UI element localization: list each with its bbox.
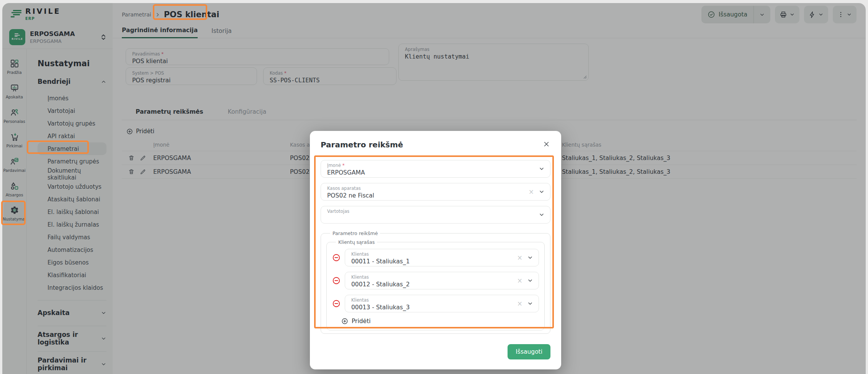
chevron-down-icon[interactable] [539,166,545,172]
kasos-aparatas-select[interactable]: Kasos aparatas POS02 ne Fiscal × [321,183,550,201]
remove-client-icon[interactable] [332,253,341,262]
group-legend: Parametro reikšmė [330,230,380,236]
klientas-select[interactable]: Klientas 00011 - Staliukas_1 × [345,249,539,266]
clear-icon[interactable]: × [517,278,522,284]
klientas-select[interactable]: Klientas 00013 - Staliukas_3 × [345,295,539,312]
chevron-down-icon[interactable] [527,301,533,307]
remove-client-icon[interactable] [332,299,341,308]
list-legend: Klientų sąrašas [336,239,377,245]
vartotojas-select[interactable]: Vartotojas [321,206,550,224]
modal-form: Įmonė * ERPOSGAMA Kasos aparatas POS02 n… [321,160,550,224]
plus-circle-icon [341,318,348,325]
parameter-value-group: Parametro reikšmė Klientų sąrašas Klient… [321,230,550,334]
imone-select[interactable]: Įmonė * ERPOSGAMA [321,160,550,178]
imone-value: ERPOSGAMA [327,169,544,176]
klientas-select[interactable]: Klientas 00012 - Staliukas_2 × [345,272,539,289]
chevron-down-icon[interactable] [539,212,545,218]
remove-client-icon[interactable] [332,276,341,285]
klientas-value: 00013 - Staliukas_3 [351,304,532,311]
chevron-down-icon[interactable] [527,278,533,284]
clear-icon[interactable]: × [529,189,534,195]
client-row: Klientas 00013 - Staliukas_3 × [332,295,539,312]
chevron-down-icon[interactable] [539,189,545,195]
clients-list-group: Klientų sąrašas Klientas 00011 - Staliuk… [326,239,545,330]
client-row: Klientas 00012 - Staliukas_2 × [332,272,539,289]
clear-icon[interactable]: × [517,301,522,307]
klientas-value: 00011 - Staliukas_1 [351,258,532,265]
kasos-aparatas-value: POS02 ne Fiscal [327,192,544,199]
clear-icon[interactable]: × [517,255,522,261]
save-button[interactable]: Išsaugoti [508,344,550,359]
close-icon[interactable] [542,140,550,148]
klientas-value: 00012 - Staliukas_2 [351,281,532,288]
chevron-down-icon[interactable] [527,255,533,261]
client-row: Klientas 00011 - Staliukas_1 × [332,249,539,266]
add-client-button[interactable]: Pridėti [341,318,539,325]
parameter-value-modal: Parametro reikšmė Įmonė * ERPOSGAMA Kaso… [310,131,561,369]
modal-title: Parametro reikšmė [321,140,403,149]
